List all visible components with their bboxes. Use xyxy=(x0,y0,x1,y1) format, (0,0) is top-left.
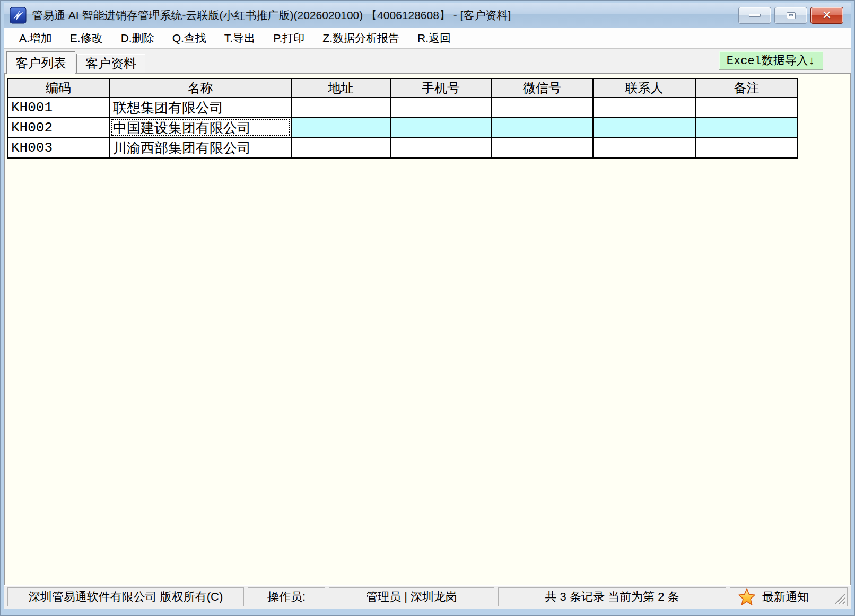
header-note[interactable]: 备注 xyxy=(695,78,798,98)
window-controls: ✕ xyxy=(738,7,843,24)
header-code[interactable]: 编码 xyxy=(7,78,109,98)
tab-customer-info[interactable]: 客户资料 xyxy=(76,54,145,73)
close-button[interactable]: ✕ xyxy=(810,7,843,24)
tab-strip: 客户列表 客户资料 Excel数据导入↓ xyxy=(4,49,851,73)
menu-add[interactable]: A.增加 xyxy=(19,31,52,46)
app-logo-icon xyxy=(10,7,27,24)
menu-bar: A.增加 E.修改 D.删除 Q.查找 T.导出 P.打印 Z.数据分析报告 R… xyxy=(4,28,851,49)
menu-print[interactable]: P.打印 xyxy=(273,31,304,46)
title-bar: 管易通 AI 智能进销存管理系统-云联版(小红书推广版)(2026020100)… xyxy=(4,3,851,28)
customer-list-page: 编码 名称 地址 手机号 微信号 联系人 备注 KH001 联想集团有限公司 xyxy=(4,73,851,585)
cell-phone[interactable] xyxy=(390,118,491,138)
table-header-row: 编码 名称 地址 手机号 微信号 联系人 备注 xyxy=(7,78,798,98)
cell-note[interactable] xyxy=(695,118,798,138)
cell-name-focused[interactable]: 中国建设集团有限公司 xyxy=(109,118,291,138)
status-copyright: 深圳管易通软件有限公司 版权所有(C) xyxy=(7,587,244,606)
header-contact[interactable]: 联系人 xyxy=(593,78,695,98)
status-notice-panel[interactable]: 最新通知 xyxy=(730,587,848,606)
table-row: KH001 联想集团有限公司 xyxy=(7,98,798,118)
header-phone[interactable]: 手机号 xyxy=(390,78,491,98)
star-icon xyxy=(738,588,756,606)
table-row-selected: KH002 中国建设集团有限公司 xyxy=(7,118,798,138)
status-bar: 深圳管易通软件有限公司 版权所有(C) 操作员: 管理员 | 深圳龙岗 共 3 … xyxy=(4,585,851,609)
cell-wechat[interactable] xyxy=(491,98,593,118)
cell-name[interactable]: 联想集团有限公司 xyxy=(109,98,291,118)
status-operator-label: 操作员: xyxy=(248,587,325,606)
window-title: 管易通 AI 智能进销存管理系统-云联版(小红书推广版)(2026020100)… xyxy=(32,8,511,23)
header-name[interactable]: 名称 xyxy=(109,78,291,98)
cell-contact[interactable] xyxy=(593,118,695,138)
cell-code[interactable]: KH001 xyxy=(7,98,109,118)
menu-delete[interactable]: D.删除 xyxy=(121,31,154,46)
close-icon: ✕ xyxy=(822,10,832,21)
cell-code[interactable]: KH002 xyxy=(7,118,109,138)
status-notice-label[interactable]: 最新通知 xyxy=(762,589,809,605)
menu-edit[interactable]: E.修改 xyxy=(70,31,103,46)
cell-contact[interactable] xyxy=(593,138,695,158)
minimize-button[interactable] xyxy=(738,7,771,24)
tab-customer-list[interactable]: 客户列表 xyxy=(6,51,75,74)
cell-name[interactable]: 川渝西部集团有限公司 xyxy=(109,138,291,158)
customer-table: 编码 名称 地址 手机号 微信号 联系人 备注 KH001 联想集团有限公司 xyxy=(7,78,798,159)
cell-contact[interactable] xyxy=(593,98,695,118)
header-wechat[interactable]: 微信号 xyxy=(491,78,593,98)
cell-address[interactable] xyxy=(291,138,390,158)
status-operator-value: 管理员 | 深圳龙岗 xyxy=(329,587,494,606)
excel-import-button[interactable]: Excel数据导入↓ xyxy=(719,51,823,70)
resize-grip-icon[interactable] xyxy=(832,591,846,605)
cell-phone[interactable] xyxy=(390,98,491,118)
cell-address[interactable] xyxy=(291,118,390,138)
maximize-icon xyxy=(787,12,796,19)
menu-find[interactable]: Q.查找 xyxy=(172,31,206,46)
minimize-icon xyxy=(749,14,761,17)
menu-return[interactable]: R.返回 xyxy=(417,31,451,46)
table-row: KH003 川渝西部集团有限公司 xyxy=(7,138,798,158)
cell-wechat[interactable] xyxy=(491,138,593,158)
cell-code[interactable]: KH003 xyxy=(7,138,109,158)
cell-wechat[interactable] xyxy=(491,118,593,138)
cell-address[interactable] xyxy=(291,98,390,118)
menu-report[interactable]: Z.数据分析报告 xyxy=(322,31,399,46)
header-address[interactable]: 地址 xyxy=(291,78,390,98)
app-window: 管易通 AI 智能进销存管理系统-云联版(小红书推广版)(2026020100)… xyxy=(0,0,855,616)
menu-export[interactable]: T.导出 xyxy=(224,31,255,46)
tab-control: 客户列表 客户资料 Excel数据导入↓ 编码 名称 地址 手机号 微信号 xyxy=(4,49,851,585)
status-record-info: 共 3 条记录 当前为第 2 条 xyxy=(498,587,726,606)
cell-note[interactable] xyxy=(695,98,798,118)
maximize-button[interactable] xyxy=(774,7,807,24)
cell-note[interactable] xyxy=(695,138,798,158)
cell-phone[interactable] xyxy=(390,138,491,158)
